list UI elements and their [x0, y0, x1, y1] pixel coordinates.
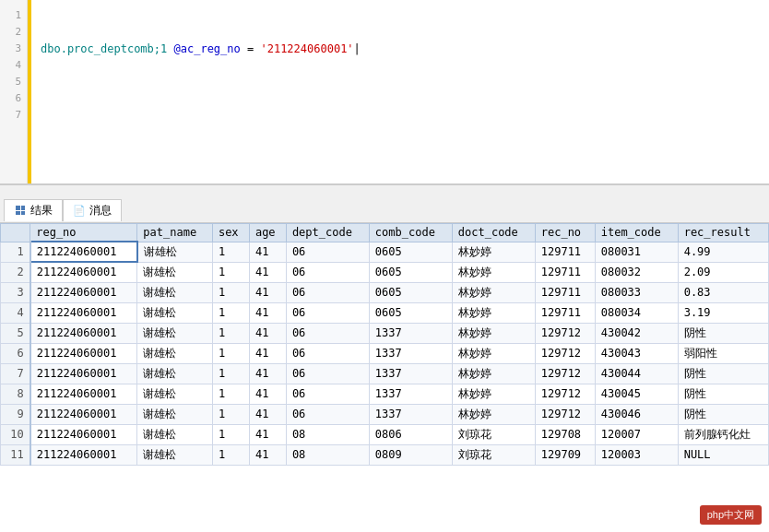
table-cell: 129711: [535, 242, 595, 262]
table-cell: 129711: [535, 262, 595, 282]
table-cell: 120003: [595, 444, 678, 465]
table-cell: 林妙婷: [452, 384, 535, 404]
line-gutter: 1 2 3 4 5 6 7: [0, 0, 28, 183]
col-header-pat_name: pat_name: [137, 224, 213, 242]
table-cell: 1: [1, 242, 30, 262]
table-cell: 41: [249, 384, 286, 404]
line-num-3: 3: [0, 41, 27, 57]
table-row: 2211224060001谢雄松141060605林妙婷129711080032…: [1, 262, 769, 282]
code-content[interactable]: dbo.proc_deptcomb;1 @ac_reg_no = '211224…: [31, 0, 769, 183]
table-cell: 1: [212, 384, 249, 404]
table-cell: 080033: [595, 282, 678, 302]
col-header-sex: sex: [212, 224, 249, 242]
col-header-item_code: item_code: [595, 224, 678, 242]
code-line-2: [41, 24, 760, 41]
tab-results[interactable]: 结果: [4, 199, 63, 221]
table-cell: 211224060001: [30, 444, 137, 465]
col-header-age: age: [249, 224, 286, 242]
table-cell: 1: [212, 302, 249, 323]
table-cell: 谢雄松: [137, 323, 213, 343]
tab-messages[interactable]: 📄 消息: [63, 199, 122, 221]
table-cell: 1: [212, 242, 249, 262]
table-cell: 129709: [535, 444, 595, 465]
table-cell: 林妙婷: [452, 242, 535, 262]
col-header-rownum: [1, 224, 30, 242]
table-cell: 06: [286, 404, 369, 424]
table-cell: 7: [1, 363, 30, 384]
table-cell: 1: [212, 404, 249, 424]
table-cell: 0809: [369, 444, 452, 465]
table-cell: 9: [1, 404, 30, 424]
table-cell: 1: [212, 444, 249, 465]
code-editor[interactable]: 1 2 3 4 5 6 7 dbo.proc_deptcomb;1 @ac_re…: [0, 0, 769, 184]
table-cell: 06: [286, 384, 369, 404]
table-cell: 林妙婷: [452, 323, 535, 343]
table-cell: 41: [249, 424, 286, 444]
col-header-doct_code: doct_code: [452, 224, 535, 242]
table-cell: 林妙婷: [452, 343, 535, 363]
line-num-4: 4: [0, 57, 27, 74]
table-cell: 41: [249, 262, 286, 282]
table-cell: 211224060001: [30, 343, 137, 363]
table-row: 4211224060001谢雄松141060605林妙婷129711080034…: [1, 302, 769, 323]
table-cell: 211224060001: [30, 424, 137, 444]
table-cell: 1: [212, 343, 249, 363]
table-cell: 06: [286, 242, 369, 262]
table-cell: 211224060001: [30, 363, 137, 384]
table-cell: 080031: [595, 242, 678, 262]
table-cell: 谢雄松: [137, 343, 213, 363]
table-cell: 4.99: [678, 242, 768, 262]
table-cell: 41: [249, 404, 286, 424]
table-row: 6211224060001谢雄松141061337林妙婷129712430043…: [1, 343, 769, 363]
table-cell: 谢雄松: [137, 384, 213, 404]
table-cell: 080032: [595, 262, 678, 282]
col-header-dept_code: dept_code: [286, 224, 369, 242]
table-cell: 1: [212, 323, 249, 343]
table-cell: 41: [249, 343, 286, 363]
table-cell: 林妙婷: [452, 282, 535, 302]
code-line-4: [41, 57, 760, 74]
table-cell: 211224060001: [30, 404, 137, 424]
table-cell: 谢雄松: [137, 363, 213, 384]
table-cell: 阴性: [678, 363, 768, 384]
table-cell: 阴性: [678, 384, 768, 404]
table-cell: 41: [249, 363, 286, 384]
watermark-text: php中文网: [707, 509, 754, 520]
watermark: php中文网: [700, 505, 762, 525]
table-row: 11211224060001谢雄松141080809刘琼花12970912000…: [1, 444, 769, 465]
table-cell: 41: [249, 302, 286, 323]
table-cell: 08: [286, 444, 369, 465]
table-cell: 1337: [369, 363, 452, 384]
editor-scrollbar[interactable]: [0, 184, 769, 197]
table-cell: 41: [249, 282, 286, 302]
table-cell: 1337: [369, 404, 452, 424]
tab-messages-label: 消息: [89, 203, 112, 219]
code-line-7: [41, 107, 760, 124]
table-cell: 1: [212, 262, 249, 282]
code-param-value: '211224060001': [260, 42, 353, 55]
table-cell: 1: [212, 424, 249, 444]
table-cell: 林妙婷: [452, 363, 535, 384]
table-cell: 06: [286, 363, 369, 384]
results-container[interactable]: reg_no pat_name sex age dept_code comb_c…: [0, 223, 769, 532]
table-cell: 10: [1, 424, 30, 444]
table-cell: 0605: [369, 242, 452, 262]
table-cell: 120007: [595, 424, 678, 444]
table-cell: 2.09: [678, 262, 768, 282]
line-num-2: 2: [0, 24, 27, 41]
table-cell: 11: [1, 444, 30, 465]
table-cell: 129712: [535, 323, 595, 343]
line-num-6: 6: [0, 90, 27, 107]
table-cell: 林妙婷: [452, 302, 535, 323]
table-cell: 430045: [595, 384, 678, 404]
table-cell: 211224060001: [30, 302, 137, 323]
tab-results-label: 结果: [30, 203, 53, 219]
table-row: 9211224060001谢雄松141061337林妙婷129712430046…: [1, 404, 769, 424]
table-cell: 430042: [595, 323, 678, 343]
code-line-1: [41, 7, 760, 24]
tabs-bar: 结果 📄 消息: [0, 197, 769, 223]
table-cell: 129712: [535, 384, 595, 404]
table-body: 1211224060001谢雄松141060605林妙婷129711080031…: [1, 242, 769, 465]
doc-icon: 📄: [73, 204, 86, 217]
col-header-reg_no: reg_no: [30, 224, 137, 242]
